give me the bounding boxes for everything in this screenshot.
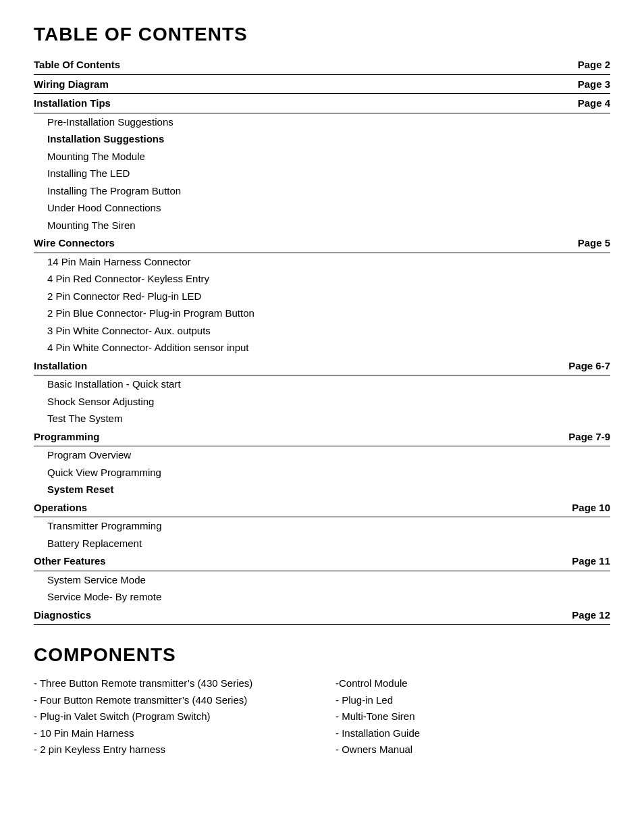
- toc-subitem-2-4: Installing The Program Button: [34, 182, 610, 200]
- component-right-item-0: -Control Module: [336, 676, 610, 692]
- toc-subitem-2-2: Mounting The Module: [34, 148, 610, 165]
- toc-subitem-4-1: Shock Sensor Adjusting: [34, 393, 610, 411]
- toc-section-header-3: Wire ConnectorsPage 5: [34, 234, 610, 253]
- toc-subitem-4-2: Test The System: [34, 410, 610, 427]
- toc-subitem-5-0: Program Overview: [34, 446, 610, 464]
- toc-subitem-7-0: System Service Mode: [34, 571, 610, 589]
- toc-section-header-7: Other FeaturesPage 11: [34, 552, 610, 571]
- components-title: COMPONENTS: [34, 641, 610, 669]
- toc-section-label-8: Diagnostics: [34, 608, 91, 623]
- toc-subitem-2-5: Under Hood Connections: [34, 199, 610, 217]
- toc-section-page-6: Page 10: [563, 500, 610, 516]
- component-left-item-2: - Plug-in Valet Switch (Program Switch): [34, 709, 308, 725]
- toc-subitem-4-0: Basic Installation - Quick start: [34, 375, 610, 393]
- toc-section-label-3: Wire Connectors: [34, 236, 115, 251]
- toc-section-label-7: Other Features: [34, 554, 106, 569]
- toc-section-header-4: InstallationPage 6-7: [34, 357, 610, 376]
- toc-subitem-2-3: Installing The LED: [34, 165, 610, 182]
- toc-subitem-3-1: 4 Pin Red Connector- Keyless Entry: [34, 270, 610, 288]
- toc-subitem-2-1: Installation Suggestions: [34, 130, 610, 148]
- toc-section-header-2: Installation TipsPage 4: [34, 94, 610, 113]
- component-left-item-3: - 10 Pin Main Harness: [34, 726, 308, 741]
- toc-subitem-3-3: 2 Pin Blue Connector- Plug-in Program Bu…: [34, 305, 610, 322]
- component-left-item-1: - Four Button Remote transmitter’s (440 …: [34, 693, 308, 708]
- toc-title: TABLE OF CONTENTS: [34, 20, 610, 49]
- toc-subitem-3-4: 3 Pin White Connector- Aux. outputs: [34, 322, 610, 340]
- component-right-item-2: - Multi-Tone Siren: [336, 709, 610, 725]
- component-left-item-4: - 2 pin Keyless Entry harness: [34, 742, 308, 758]
- toc-section: Table Of ContentsPage 2Wiring DiagramPag…: [34, 55, 610, 625]
- toc-subitem-2-0: Pre-Installation Suggestions: [34, 113, 610, 131]
- toc-section-header-6: OperationsPage 10: [34, 498, 610, 518]
- toc-section-page-4: Page 6-7: [563, 359, 610, 374]
- toc-subitem-7-1: Service Mode- By remote: [34, 588, 610, 606]
- toc-subitem-3-5: 4 Pin White Connector- Addition sensor i…: [34, 339, 610, 357]
- components-right-col: -Control Module- Plug-in Led- Multi-Tone…: [336, 676, 610, 759]
- component-right-item-1: - Plug-in Led: [336, 693, 610, 708]
- toc-section-page-0: Page 2: [563, 57, 610, 73]
- toc-section-page-5: Page 7-9: [563, 429, 610, 445]
- toc-section-header-1: Wiring DiagramPage 3: [34, 75, 610, 95]
- toc-section-page-2: Page 4: [563, 96, 610, 111]
- toc-subitem-2-6: Mounting The Siren: [34, 217, 610, 234]
- components-grid: - Three Button Remote transmitter’s (430…: [34, 676, 610, 759]
- toc-section-header-5: ProgrammingPage 7-9: [34, 427, 610, 447]
- toc-section-page-3: Page 5: [563, 236, 610, 251]
- toc-section-page-8: Page 12: [563, 608, 610, 623]
- page-container: TABLE OF CONTENTS Table Of ContentsPage …: [34, 20, 610, 759]
- component-left-item-0: - Three Button Remote transmitter’s (430…: [34, 676, 308, 692]
- toc-section-label-0: Table Of Contents: [34, 57, 120, 73]
- component-right-item-4: - Owners Manual: [336, 742, 610, 758]
- toc-section-label-2: Installation Tips: [34, 96, 111, 111]
- toc-section-page-7: Page 11: [563, 554, 610, 569]
- toc-section-label-1: Wiring Diagram: [34, 77, 109, 93]
- toc-section-label-5: Programming: [34, 429, 100, 445]
- toc-subitem-5-2: System Reset: [34, 481, 610, 498]
- components-left-col: - Three Button Remote transmitter’s (430…: [34, 676, 308, 759]
- toc-subitem-6-0: Transmitter Programming: [34, 517, 610, 535]
- component-right-item-3: - Installation Guide: [336, 726, 610, 741]
- toc-section-header-8: DiagnosticsPage 12: [34, 606, 610, 625]
- toc-subitem-3-0: 14 Pin Main Harness Connector: [34, 253, 610, 271]
- toc-section-label-4: Installation: [34, 359, 87, 374]
- toc-subitem-6-1: Battery Replacement: [34, 535, 610, 552]
- toc-section-header-0: Table Of ContentsPage 2: [34, 55, 610, 75]
- toc-subitem-3-2: 2 Pin Connector Red- Plug-in LED: [34, 288, 610, 305]
- toc-subitem-5-1: Quick View Programming: [34, 464, 610, 481]
- toc-section-page-1: Page 3: [563, 77, 610, 93]
- toc-section-label-6: Operations: [34, 500, 87, 516]
- components-section: COMPONENTS - Three Button Remote transmi…: [34, 641, 610, 759]
